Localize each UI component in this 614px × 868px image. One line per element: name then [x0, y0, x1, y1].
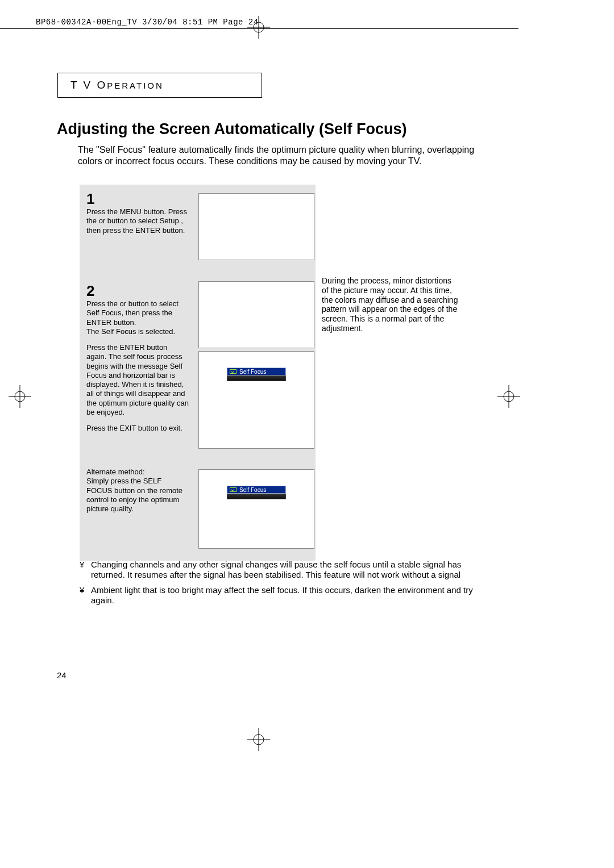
bullet-mark: ¥: [80, 585, 86, 606]
step-text: Press the MENU button. Press the or butt…: [86, 207, 189, 235]
horizontal-rule: [0, 28, 518, 29]
focus-icon: [230, 487, 237, 492]
osd-label: Self Focus: [239, 487, 266, 493]
osd-indicator: Self Focus: [227, 368, 286, 381]
page-number: 24: [57, 670, 67, 680]
notes-list: ¥ Changing channels and any other signal…: [80, 560, 489, 610]
intro-paragraph: The "Self Focus" feature automatically f…: [78, 144, 487, 167]
page-title: Adjusting the Screen Automatically (Self…: [57, 120, 407, 138]
tv-screen-illustration: [198, 193, 314, 260]
step-text: Alternate method: Simply press the SELF …: [86, 468, 189, 514]
focus-icon: [230, 369, 237, 374]
note-item: ¥ Changing channels and any other signal…: [80, 560, 489, 581]
osd-label: Self Focus: [239, 369, 266, 375]
tv-screen-illustration: Self Focus: [198, 469, 314, 549]
step-text: Press the EXIT button to exit.: [86, 424, 189, 433]
note-text: Ambient light that is too bright may aff…: [91, 585, 489, 606]
step-text: Press the ENTER button again. The self f…: [86, 343, 189, 417]
crop-mark-icon: [497, 385, 520, 408]
crop-mark-icon: [247, 728, 270, 751]
section-label: T V OPERATION: [70, 79, 164, 91]
note-text: Changing channels and any other signal c…: [91, 560, 489, 581]
side-note: During the process, minor distortions of…: [322, 276, 458, 333]
bullet-mark: ¥: [80, 560, 86, 581]
osd-indicator: Self Focus: [227, 486, 286, 499]
tv-screen-illustration: [198, 281, 314, 348]
step-text: Press the or button to select Self Focus…: [86, 299, 189, 336]
note-item: ¥ Ambient light that is too bright may a…: [80, 585, 489, 606]
crop-mark-icon: [9, 385, 31, 408]
section-header-box: T V OPERATION: [57, 73, 262, 98]
tv-screen-illustration: Self Focus: [198, 351, 314, 449]
print-job-header: BP68-00342A-00Eng_TV 3/30/04 8:51 PM Pag…: [36, 18, 259, 27]
